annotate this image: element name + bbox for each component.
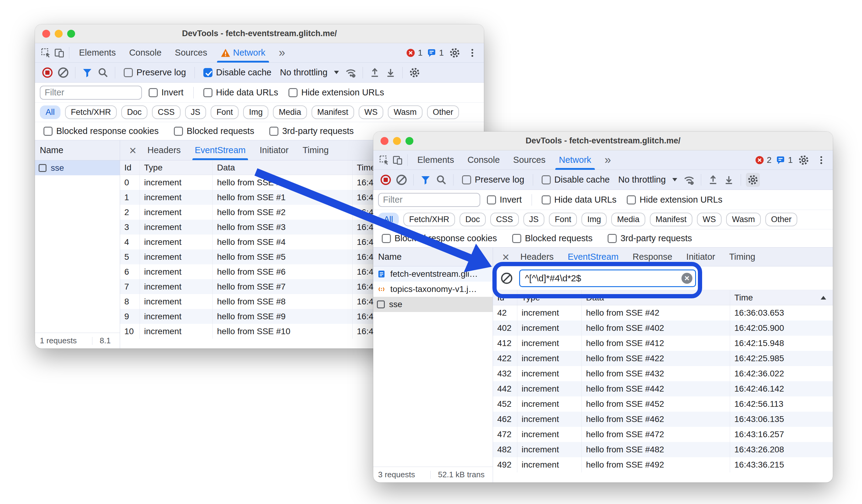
tab-sources[interactable]: Sources bbox=[168, 43, 214, 63]
name-column-header[interactable]: Name bbox=[35, 140, 120, 160]
clear-input-icon[interactable] bbox=[681, 273, 692, 284]
col-header-type[interactable]: Type bbox=[517, 290, 582, 305]
hide-extension-urls-checkbox[interactable]: Hide extension URLs bbox=[623, 195, 726, 205]
eventstream-row[interactable]: 42 increment hello from SSE #42 16:36:03… bbox=[493, 305, 833, 320]
eventstream-row[interactable]: 482 increment hello from SSE #482 16:43:… bbox=[493, 442, 833, 457]
detail-tab-headers[interactable]: Headers bbox=[141, 140, 187, 160]
invert-checkbox[interactable]: Invert bbox=[145, 88, 187, 97]
tab-console[interactable]: Console bbox=[122, 43, 168, 63]
tab-elements[interactable]: Elements bbox=[72, 43, 122, 63]
request-type-chip[interactable]: CSS bbox=[490, 213, 519, 226]
kebab-menu-icon[interactable] bbox=[814, 154, 828, 167]
detail-tab-timing[interactable]: Timing bbox=[723, 248, 761, 266]
eventstream-row[interactable]: 462 increment hello from SSE #462 16:43:… bbox=[493, 412, 833, 427]
request-type-chip[interactable]: Fetch/XHR bbox=[403, 213, 455, 226]
network-conditions-icon[interactable] bbox=[682, 173, 696, 187]
preserve-log-checkbox[interactable]: Preserve log bbox=[458, 175, 528, 185]
request-type-chip[interactable]: Manifest bbox=[312, 105, 354, 119]
hide-extension-urls-checkbox[interactable]: Hide extension URLs bbox=[285, 88, 388, 97]
clear-network-log-icon[interactable] bbox=[394, 173, 408, 187]
request-type-chip[interactable]: Doc bbox=[121, 105, 147, 119]
request-type-chip[interactable]: Img bbox=[582, 213, 607, 226]
blocked-requests-checkbox[interactable]: Blocked requests bbox=[509, 233, 596, 243]
request-type-chip[interactable]: Media bbox=[273, 105, 307, 119]
detail-tab-eventstream[interactable]: EventStream bbox=[189, 140, 252, 160]
col-header-type[interactable]: Type bbox=[140, 160, 213, 175]
request-type-chip[interactable]: WS bbox=[697, 213, 722, 226]
col-header-time[interactable]: Time bbox=[730, 290, 833, 305]
close-icon[interactable] bbox=[499, 251, 512, 263]
device-toolbar-icon[interactable] bbox=[53, 46, 66, 59]
filter-funnel-icon[interactable] bbox=[80, 66, 94, 80]
message-badge[interactable]: 1 bbox=[427, 48, 444, 58]
col-header-id[interactable]: Id bbox=[493, 290, 517, 305]
request-type-chip[interactable]: Fetch/XHR bbox=[65, 105, 117, 119]
more-tabs-chevron-icon[interactable] bbox=[272, 43, 292, 63]
name-column-header[interactable]: Name bbox=[373, 248, 493, 266]
throttling-select[interactable]: No throttling bbox=[277, 67, 342, 78]
error-badge[interactable]: 1 bbox=[406, 48, 423, 58]
blocked-response-cookies-checkbox[interactable]: Blocked response cookies bbox=[40, 126, 162, 136]
col-header-data[interactable]: Data bbox=[213, 160, 353, 175]
request-type-chip[interactable]: Other bbox=[765, 213, 798, 226]
request-type-chip[interactable]: Img bbox=[243, 105, 269, 119]
tab-elements[interactable]: Elements bbox=[410, 150, 461, 170]
disable-cache-checkbox[interactable]: Disable cache bbox=[538, 175, 613, 185]
request-type-chip[interactable]: Font bbox=[549, 213, 577, 226]
request-type-chip[interactable]: JS bbox=[185, 105, 206, 119]
checkbox-unchecked[interactable] bbox=[39, 164, 47, 172]
message-badge[interactable]: 1 bbox=[776, 155, 793, 165]
eventstream-row[interactable]: 432 increment hello from SSE #432 16:42:… bbox=[493, 366, 833, 381]
blocked-response-cookies-checkbox[interactable]: Blocked response cookies bbox=[378, 233, 500, 243]
eventstream-row[interactable]: 422 increment hello from SSE #422 16:42:… bbox=[493, 351, 833, 366]
search-icon[interactable] bbox=[434, 173, 448, 187]
request-type-chip[interactable]: All bbox=[40, 105, 61, 119]
kebab-menu-icon[interactable] bbox=[466, 46, 479, 59]
blocked-requests-checkbox[interactable]: Blocked requests bbox=[170, 126, 258, 136]
request-type-chip[interactable]: Media bbox=[611, 213, 645, 226]
export-har-icon[interactable] bbox=[722, 173, 736, 187]
hide-data-urls-checkbox[interactable]: Hide data URLs bbox=[200, 88, 282, 97]
checkbox-unchecked[interactable] bbox=[377, 301, 385, 308]
request-type-chip[interactable]: Manifest bbox=[650, 213, 692, 226]
import-har-icon[interactable] bbox=[368, 66, 382, 80]
clear-filter-icon[interactable] bbox=[500, 272, 513, 285]
disable-cache-checkbox[interactable]: Disable cache bbox=[200, 67, 275, 78]
eventstream-row[interactable]: 492 increment hello from SSE #492 16:43:… bbox=[493, 457, 833, 473]
more-tabs-chevron-icon[interactable] bbox=[598, 150, 618, 170]
network-conditions-icon[interactable] bbox=[344, 66, 358, 80]
request-type-chip[interactable]: CSS bbox=[152, 105, 181, 119]
detail-tab-initiator[interactable]: Initiator bbox=[680, 248, 721, 266]
filter-input[interactable] bbox=[40, 86, 142, 100]
request-row-sse[interactable]: sse bbox=[373, 297, 493, 312]
detail-tab-eventstream[interactable]: EventStream bbox=[562, 248, 625, 266]
throttling-select[interactable]: No throttling bbox=[615, 175, 680, 185]
eventstream-row[interactable]: 472 increment hello from SSE #472 16:43:… bbox=[493, 427, 833, 442]
export-har-icon[interactable] bbox=[383, 66, 397, 80]
eventstream-row[interactable]: 442 increment hello from SSE #442 16:42:… bbox=[493, 381, 833, 396]
request-type-chip[interactable]: Wasm bbox=[388, 105, 422, 119]
eventstream-row[interactable]: 452 increment hello from SSE #452 16:42:… bbox=[493, 396, 833, 412]
eventstream-row[interactable]: 412 increment hello from SSE #412 16:42:… bbox=[493, 336, 833, 351]
error-badge[interactable]: 2 bbox=[755, 155, 772, 165]
hide-data-urls-checkbox[interactable]: Hide data URLs bbox=[538, 195, 621, 205]
filter-funnel-icon[interactable] bbox=[419, 173, 432, 187]
request-type-chip[interactable]: All bbox=[378, 213, 399, 226]
detail-tab-timing[interactable]: Timing bbox=[296, 140, 335, 160]
detail-tab-headers[interactable]: Headers bbox=[514, 248, 560, 266]
third-party-requests-checkbox[interactable]: 3rd-party requests bbox=[604, 233, 695, 243]
tab-sources[interactable]: Sources bbox=[506, 150, 552, 170]
network-settings-gear-icon[interactable] bbox=[408, 66, 421, 80]
col-header-data[interactable]: Data bbox=[582, 290, 730, 305]
record-network-log-icon[interactable] bbox=[379, 173, 393, 187]
invert-checkbox[interactable]: Invert bbox=[483, 195, 525, 205]
search-icon[interactable] bbox=[96, 66, 110, 80]
preserve-log-checkbox[interactable]: Preserve log bbox=[120, 67, 190, 78]
request-type-chip[interactable]: WS bbox=[359, 105, 383, 119]
tab-console[interactable]: Console bbox=[461, 150, 506, 170]
network-settings-gear-icon[interactable] bbox=[746, 173, 760, 187]
col-header-id[interactable]: Id bbox=[120, 160, 140, 175]
request-type-chip[interactable]: Font bbox=[211, 105, 239, 119]
request-type-chip[interactable]: JS bbox=[523, 213, 545, 226]
request-type-chip[interactable]: Other bbox=[427, 105, 459, 119]
